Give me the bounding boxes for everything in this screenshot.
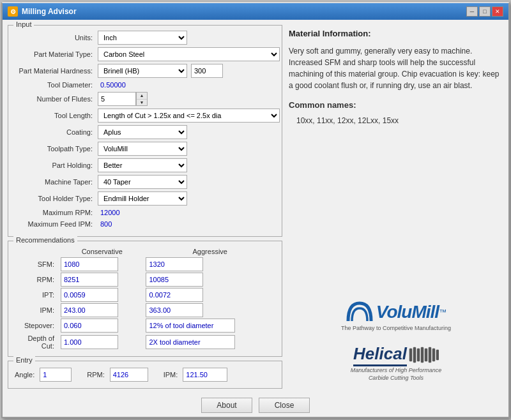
about-button[interactable]: About	[201, 398, 252, 413]
max-rpm-row: Maximum RPM: 12000	[15, 208, 275, 217]
minimize-button[interactable]: ─	[466, 6, 478, 17]
maximize-button[interactable]: □	[479, 6, 491, 17]
rec-aggressive-input-3[interactable]	[146, 303, 203, 317]
tool-length-label: Tool Length:	[15, 112, 98, 119]
volumill-text-wrap: VoluMill™	[376, 302, 446, 322]
coating-row: Coating: Aplus	[15, 125, 275, 139]
part-holding-label: Part Holding:	[15, 161, 98, 169]
part-material-label: Part Material Type:	[15, 50, 98, 58]
volumill-logo: VoluMill™ The Pathway to Competitive Man…	[341, 301, 451, 331]
max-rpm-control: 12000	[98, 208, 275, 217]
angle-input[interactable]	[40, 368, 72, 382]
hardness-select[interactable]: Brinell (HB)	[98, 64, 187, 78]
hardness-label: Part Material Hardness:	[15, 67, 98, 75]
rec-conservative-5	[59, 333, 144, 351]
ipm-label: IPM:	[164, 371, 178, 379]
left-panel: Input Units: Inch Metric Part Material T…	[8, 25, 282, 389]
app-icon: ⚙	[8, 6, 18, 17]
rec-aggressive-input-2[interactable]	[146, 288, 203, 302]
rec-aggressive-input-4[interactable]	[146, 319, 235, 333]
part-material-select[interactable]: Carbon Steel	[98, 47, 280, 61]
title-bar-left: ⚙ Milling Advisor	[8, 6, 77, 17]
rec-label-1: RPM:	[15, 272, 59, 287]
recommendations-table: Conservative Aggressive SFM:RPM:IPT:IPM:…	[15, 246, 275, 351]
rec-row-2: IPT:	[15, 287, 275, 303]
tool-length-row: Tool Length: Length of Cut > 1.25x and <…	[15, 109, 275, 123]
svg-rect-7	[436, 350, 439, 360]
rec-conservative-input-0[interactable]	[61, 257, 118, 271]
logo-area: VoluMill™ The Pathway to Competitive Man…	[289, 294, 503, 389]
rec-conservative-input-2[interactable]	[61, 288, 118, 302]
units-select[interactable]: Inch Metric	[98, 31, 187, 45]
rec-row-0: SFM:	[15, 257, 275, 272]
volumill-tagline: The Pathway to Competitive Manufacturing	[341, 325, 451, 331]
part-material-row: Part Material Type: Carbon Steel	[15, 47, 275, 61]
volumill-arc-icon	[346, 301, 374, 324]
tool-holder-select[interactable]: Endmill Holder	[98, 191, 187, 206]
toolpath-select[interactable]: VoluMill	[98, 142, 187, 156]
machine-taper-label: Machine Taper:	[15, 178, 98, 186]
conservative-header: Conservative	[59, 246, 144, 257]
max-rpm-value: 12000	[98, 207, 123, 218]
rec-conservative-4	[59, 318, 144, 333]
main-content: Input Units: Inch Metric Part Material T…	[3, 20, 508, 394]
volumill-tm: ™	[439, 308, 446, 317]
num-flutes-row: Number of Flutes: ▲ ▼	[15, 92, 275, 106]
rec-conservative-1	[59, 272, 144, 287]
rec-row-5: Depth of Cut:	[15, 333, 275, 351]
svg-rect-2	[417, 349, 420, 361]
rec-aggressive-input-1[interactable]	[146, 273, 203, 287]
machine-taper-control: 40 Taper	[98, 175, 275, 189]
max-feed-control: 800	[98, 220, 275, 229]
svg-rect-0	[409, 349, 412, 361]
flutes-up-button[interactable]: ▲	[137, 93, 147, 100]
entry-group-label: Entry	[13, 356, 35, 364]
footer: About Close	[3, 394, 508, 417]
common-names-list: 10xx, 11xx, 12xx, 12Lxx, 15xx	[289, 115, 503, 126]
right-panel: Material Information: Very soft and gumm…	[289, 25, 503, 389]
rec-row-4: Stepover:	[15, 318, 275, 333]
max-rpm-label: Maximum RPM:	[15, 209, 98, 216]
entry-ipm-input[interactable]	[183, 368, 227, 382]
rec-label-3: IPM:	[15, 303, 59, 318]
close-button[interactable]: ✕	[492, 6, 503, 17]
rec-conservative-input-4[interactable]	[61, 319, 118, 333]
rec-label-2: IPT:	[15, 287, 59, 303]
volumill-logo-content: VoluMill™	[346, 301, 446, 324]
rpm-label: RPM:	[87, 371, 105, 379]
rec-conservative-input-3[interactable]	[61, 303, 118, 317]
units-label: Units:	[15, 34, 98, 41]
coating-select[interactable]: Aplus	[98, 125, 187, 139]
rec-aggressive-0	[144, 257, 275, 272]
tool-length-select[interactable]: Length of Cut > 1.25x and <= 2.5x dia	[98, 109, 280, 123]
rec-aggressive-5	[144, 333, 275, 351]
tool-diameter-value: 0.50000	[98, 80, 128, 90]
angle-label: Angle:	[15, 371, 34, 379]
rec-aggressive-input-0[interactable]	[146, 257, 203, 271]
machine-taper-select[interactable]: 40 Taper	[98, 175, 187, 189]
hardness-number-input[interactable]	[191, 64, 223, 78]
max-feed-row: Maximum Feed IPM: 800	[15, 220, 275, 229]
rec-conservative-input-5[interactable]	[61, 335, 118, 349]
num-flutes-control: ▲ ▼	[98, 92, 275, 106]
part-holding-row: Part Holding: Better	[15, 158, 275, 172]
flutes-input[interactable]	[98, 92, 136, 106]
part-holding-control: Better	[98, 158, 275, 172]
input-group-label: Input	[13, 20, 34, 28]
rec-label-4: Stepover:	[15, 318, 59, 333]
svg-rect-5	[429, 347, 431, 363]
entry-rpm-input[interactable]	[110, 368, 148, 382]
rec-conservative-3	[59, 303, 144, 318]
part-holding-select[interactable]: Better	[98, 158, 187, 172]
rec-aggressive-input-5[interactable]	[146, 335, 235, 349]
helical-tagline1: Manufacturers of High Performance	[351, 367, 442, 373]
svg-rect-1	[413, 347, 416, 363]
rec-row-3: IPM:	[15, 303, 275, 318]
rec-conservative-input-1[interactable]	[61, 273, 118, 287]
close-button-footer[interactable]: Close	[259, 398, 310, 413]
flutes-down-button[interactable]: ▼	[137, 100, 147, 106]
tool-diameter-row: Tool Diameter: 0.50000	[15, 80, 275, 89]
title-bar-controls: ─ □ ✕	[466, 6, 503, 17]
toolpath-label: Toolpath Type:	[15, 145, 98, 153]
hardness-control: Brinell (HB)	[98, 64, 275, 78]
